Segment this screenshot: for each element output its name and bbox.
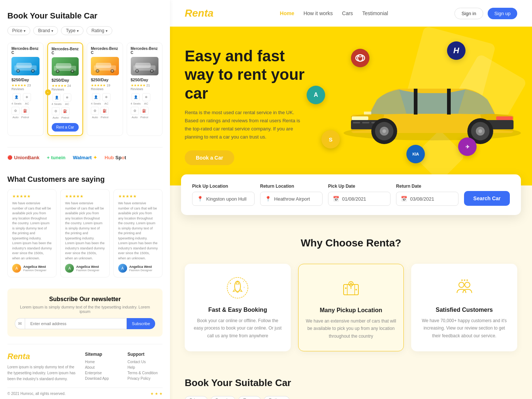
footer-link-download[interactable]: Download App (85, 376, 120, 381)
ac-icon: ❄ (142, 93, 150, 101)
why-booking-desc: Book your car online or offline. Follow … (192, 317, 283, 340)
location-icon: 📍 (197, 196, 203, 202)
footer-link-contact[interactable]: Contact Us (127, 360, 163, 364)
return-date-wrapper[interactable]: 📅 03/08/2021 (396, 192, 458, 206)
footer-rating-stars: ★ ★ ★ (150, 392, 163, 396)
signin-button[interactable]: Sign in (454, 8, 483, 19)
footer-link-home[interactable]: Home (85, 360, 120, 364)
brand-icon-acura: A (307, 86, 325, 104)
review-text: We have extensive number of cars that wi… (12, 201, 52, 261)
rent-button[interactable]: Rent a Car (52, 123, 79, 132)
pickup-location-wrapper[interactable]: 📍 Kingston upon Hull (192, 192, 255, 206)
car-features: 👤4 Seats ❄AC ⚙Auto ⛽Petrol (11, 93, 40, 119)
footer-link-enterprise[interactable]: Enterprise (85, 371, 120, 375)
filter-bottom-brand[interactable]: Brand (211, 396, 235, 399)
book-car-button[interactable]: Book a Car (185, 150, 234, 165)
brand-icon-bmw: ✈ (458, 137, 477, 156)
car-features: 👤4 Seats ❄AC ⚙Auto ⛽Petrol (52, 93, 79, 119)
svg-text:✦: ✦ (243, 280, 244, 283)
signup-button[interactable]: Sign up (488, 8, 517, 19)
car-reviews: 19 Reviews (91, 83, 110, 91)
right-panel: Renta Home How it works Cars Testimonial… (170, 0, 532, 399)
filter-bottom-rating[interactable]: Rating (264, 396, 290, 399)
nav-links: Home How it works Cars Testimonial (280, 10, 388, 16)
nav-link-cars[interactable]: Cars (342, 10, 353, 16)
filter-brand[interactable]: Brand (33, 26, 58, 35)
filter-bottom-type[interactable]: Type (238, 396, 261, 399)
reviewer-role: Fashion Designer (76, 269, 99, 272)
car-reviews: 23 Reviews (11, 83, 31, 91)
feature-ac: AC (25, 102, 29, 105)
filter-row: Price Brand Type Rating (7, 26, 163, 35)
car-card: Mercedes-Benz C $250/Day ★★★★★ 23 Review… (7, 42, 44, 136)
footer-sitemap: Sitemap Home About Enterprise Download A… (85, 352, 120, 382)
return-location-field: Return Location 📍 Heathrow Airport (260, 184, 323, 206)
reviewer: A Angelica West Fashion Designer (118, 264, 158, 273)
newsletter-subscribe-button[interactable]: Subscribe (127, 318, 155, 329)
svg-point-15 (96, 70, 98, 72)
why-booking-title: Fast & Easy Booking (192, 307, 283, 313)
svg-point-11 (72, 70, 74, 72)
ac-icon: ❄ (63, 93, 71, 102)
nav-link-home[interactable]: Home (280, 10, 294, 16)
feature-seats: 4 Seats (11, 102, 21, 105)
navbar: Renta Home How it works Cars Testimonial… (170, 0, 532, 27)
svg-rect-41 (364, 112, 371, 115)
auto-icon: ⚙ (11, 107, 20, 115)
petrol-icon: ⛽ (140, 107, 149, 115)
svg-rect-42 (414, 89, 417, 115)
nav-link-testimonial[interactable]: Testimonial (362, 10, 388, 16)
footer-link-help[interactable]: Help (127, 365, 163, 369)
partner-unionbank: 🔴 UnionBank (7, 155, 40, 160)
svg-point-40 (478, 129, 482, 133)
filter-rating[interactable]: Rating (86, 26, 112, 35)
footer-link-about[interactable]: About (85, 365, 120, 369)
svg-rect-28 (362, 122, 369, 123)
calendar-icon: 📅 (333, 196, 339, 202)
footer-link-terms[interactable]: Terms & Condition (127, 371, 163, 375)
pickup-location-label: Pick Up Location (192, 184, 255, 189)
newsletter-email-input[interactable] (25, 318, 127, 329)
car-stars: ★★★★★ 21 Reviews (131, 83, 159, 91)
petrol-icon: ⛽ (61, 107, 69, 115)
review-stars: ★★★★★ (118, 194, 158, 199)
seats-icon: 👤 (13, 93, 21, 101)
return-location-wrapper[interactable]: 📍 Heathrow Airport (260, 192, 323, 206)
search-car-button[interactable]: Search Car (464, 191, 510, 206)
newsletter-section: Subscribe Our newsletter Lorem ipsum is … (7, 289, 163, 337)
car-price: $250/Day (11, 78, 40, 82)
svg-point-21 (136, 70, 138, 72)
why-location-title: Many Pickup Location (306, 307, 396, 314)
car-stars: ★★★★★ 23 Reviews (11, 83, 40, 91)
svg-rect-19 (135, 63, 151, 68)
footer-brand: Renta Lorem ipsum is simply dummy text o… (7, 352, 78, 382)
svg-point-9 (57, 70, 59, 72)
footer-link-privacy[interactable]: Privacy Policy (127, 376, 163, 381)
car-name: Mercedes-Benz C (131, 47, 159, 55)
why-card-location: Many Pickup Location We have an extensiv… (298, 264, 404, 351)
filter-price[interactable]: Price (7, 26, 30, 35)
filter-bottom-price[interactable]: Price (185, 396, 208, 399)
svg-point-3 (17, 70, 19, 72)
why-grid: ★ ✦ ★ Fast & Easy Booking Book your car … (185, 264, 517, 351)
reviewer-name: Angelica West (76, 265, 99, 269)
feature-ac: AC (144, 102, 148, 105)
pickup-date-wrapper[interactable]: 📅 01/08/2021 (328, 192, 391, 206)
car-name: Mercedes-Benz C (11, 47, 40, 55)
feature-seats: 4 Seats (91, 102, 101, 105)
calendar-return-icon: 📅 (401, 196, 407, 202)
featured-dot: • (45, 89, 51, 95)
hero-car (340, 59, 525, 153)
booking-icon: ★ ✦ ★ (225, 275, 250, 301)
filter-type[interactable]: Type (61, 26, 83, 35)
feature-auto: Auto (52, 116, 58, 119)
review-card: ★★★★★ We have extensive number of cars t… (7, 189, 57, 277)
location-map-icon (338, 275, 364, 301)
svg-rect-13 (96, 63, 111, 68)
location-return-icon: 📍 (265, 196, 271, 202)
car-card: Mercedes-Benz C $250/Day ★★★★★ 19 Review… (87, 42, 123, 136)
footer-grid: Renta Lorem ipsum is simply dummy text o… (7, 352, 163, 382)
car-image-silver (131, 57, 159, 75)
nav-link-how[interactable]: How it works (303, 10, 332, 16)
newsletter-title: Subscribe Our newsletter (15, 296, 155, 303)
